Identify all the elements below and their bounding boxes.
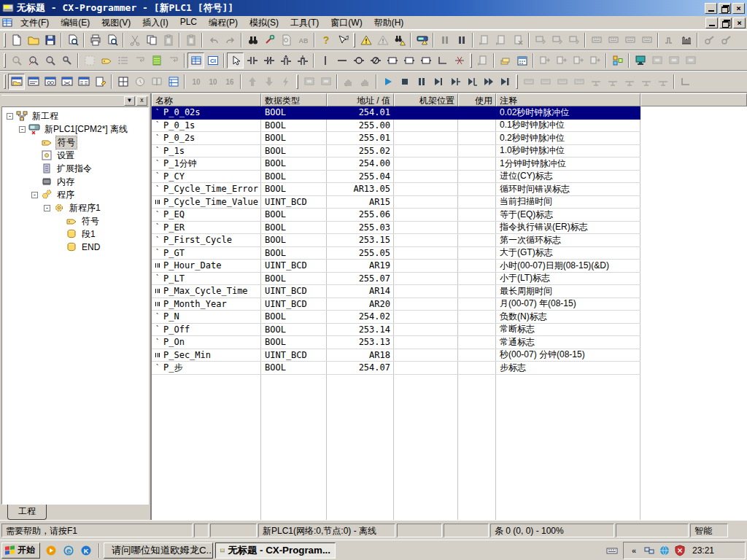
undo-button[interactable]	[205, 32, 222, 48]
workspace-pin-button[interactable]: ▼	[124, 96, 135, 106]
diff-monitor-2-button[interactable]	[537, 74, 554, 90]
comment-button[interactable]	[98, 52, 115, 69]
compile-program-button[interactable]	[497, 52, 514, 69]
symbol-row-P_CY[interactable]: `P_CYBOOL255.04进位(CY)标志	[152, 171, 640, 184]
verify-program-button[interactable]	[509, 32, 526, 48]
column-header-3[interactable]: 地址 / 值	[327, 93, 394, 106]
download-button[interactable]	[536, 52, 553, 69]
properties-window-button[interactable]	[92, 74, 109, 90]
paste-button[interactable]	[160, 32, 177, 48]
symbol-row-P_0_2s[interactable]: `P_0_2sBOOL255.010.2秒时钟脉冲位	[152, 132, 640, 145]
contact-no-button[interactable]	[244, 52, 260, 69]
pause-on-trigger-button[interactable]	[340, 74, 357, 90]
diff-monitor-3-button[interactable]	[554, 74, 570, 90]
force-cancel-button[interactable]	[277, 74, 294, 90]
tool-b-button[interactable]	[717, 32, 734, 48]
compare-with-plc-button[interactable]	[570, 52, 587, 69]
step-run-button[interactable]	[430, 74, 446, 90]
symbol-row-P_ER[interactable]: `P_ERBOOL255.03指令执行错误(ER)标志	[152, 222, 640, 235]
help-button[interactable]: ?	[317, 32, 334, 48]
column-header-1[interactable]: 名称	[152, 93, 261, 106]
scan-run-button[interactable]	[497, 74, 514, 90]
output-window-button[interactable]	[25, 74, 42, 90]
toolbar-grip[interactable]	[516, 74, 518, 89]
step-out-button[interactable]	[463, 74, 480, 90]
coil-button[interactable]	[350, 52, 367, 69]
monitor-b-button[interactable]	[549, 32, 565, 48]
tree-item-plc[interactable]: -新PLC1[CPM2*] 离线	[2, 122, 148, 136]
toolbar-grip[interactable]	[296, 74, 298, 89]
tree-item-end[interactable]: END	[2, 241, 148, 254]
instruction-nc-button[interactable]	[417, 52, 434, 69]
transfer-to-plc-button[interactable]	[476, 32, 492, 48]
symbol-row-P_0_1s[interactable]: `P_0_1sBOOL255.000.1秒时钟脉冲位	[152, 120, 640, 133]
task-button-cx-task[interactable]: 无标题 - CX-Program...	[215, 542, 336, 559]
toolbar-grip[interactable]	[4, 33, 6, 47]
paste-original-button[interactable]	[182, 32, 199, 48]
line-corner-button[interactable]	[434, 52, 451, 69]
copy-button[interactable]	[143, 32, 160, 48]
contact-nc-button[interactable]	[260, 52, 277, 69]
menu-file[interactable]: 文件(F)	[15, 15, 55, 31]
column-header-2[interactable]: 数据类型	[261, 93, 327, 106]
compile-all-button[interactable]	[374, 32, 391, 48]
toolbar-grip[interactable]	[4, 74, 6, 89]
zoom-button[interactable]	[8, 52, 25, 69]
online-edit-button[interactable]	[474, 52, 491, 69]
trace-mark-2-button[interactable]	[604, 74, 621, 90]
transfer-from-plc-button[interactable]	[492, 32, 509, 48]
pause-button[interactable]	[413, 74, 430, 90]
tray-globe[interactable]	[659, 545, 670, 556]
tree-item-ext-instructions[interactable]: 扩展指令	[2, 162, 148, 175]
tree-item-program1[interactable]: -新程序1	[2, 201, 148, 214]
print-preview-page-button[interactable]	[64, 32, 81, 48]
continuous-step-button[interactable]	[480, 74, 497, 90]
tree-expander-icon[interactable]: -	[44, 205, 50, 211]
cross-reference-button[interactable]: CI	[204, 52, 221, 69]
program-check-button[interactable]	[609, 52, 626, 69]
project-tab[interactable]: 工程	[7, 505, 47, 520]
rung-shortcut-button[interactable]	[131, 52, 148, 69]
tree-item-programs[interactable]: -程序	[2, 188, 148, 201]
menu-program[interactable]: 编程(P)	[203, 15, 244, 31]
menu-simulation[interactable]: 模拟(S)	[244, 15, 285, 31]
find-report-button[interactable]	[391, 32, 408, 48]
symbol-row-P_GT[interactable]: `P_GTBOOL255.05大于(GT)标志	[152, 247, 640, 260]
restore-button[interactable]	[719, 3, 731, 14]
mdi-restore-button[interactable]	[719, 18, 732, 28]
symbol-row-P_EQ[interactable]: `P_EQBOOL255.06等于(EQ)标志	[152, 209, 640, 222]
upload-button[interactable]	[553, 52, 570, 69]
io-table-2-button[interactable]	[605, 32, 622, 48]
plc-error-log-button[interactable]	[414, 32, 430, 48]
zoom-out-button[interactable]	[58, 52, 75, 69]
menu-tools[interactable]: 工具(T)	[285, 15, 325, 31]
force-off-button[interactable]	[260, 74, 277, 90]
zoom-in-button[interactable]	[42, 52, 58, 69]
quick-launch-k-app[interactable]: K	[77, 542, 95, 559]
io-table-4-button[interactable]	[638, 32, 655, 48]
monitor-c-button[interactable]	[565, 32, 582, 48]
tree-expander-icon[interactable]: -	[31, 192, 38, 198]
symbol-row-P_Off[interactable]: `P_OffBOOL253.14常断标志	[152, 324, 640, 337]
show-grid-button[interactable]	[81, 52, 98, 69]
instruction-diff-button[interactable]	[400, 52, 417, 69]
diff-monitor-1-button[interactable]	[520, 74, 537, 90]
partial-transfer-button[interactable]	[587, 52, 603, 69]
pause-all-button[interactable]	[453, 32, 470, 48]
compile-plc-program-button[interactable]	[514, 52, 530, 69]
pause-monitoring-button[interactable]	[436, 32, 453, 48]
symbol-row-P_Sec_Min[interactable]: P_Sec_MinUINT_BCDAR18秒(00-07) 分钟(08-15)	[152, 349, 640, 362]
symbol-row-P_Month_Year[interactable]: P_Month_YearUINT_BCDAR20月(00-07) 年(08-15…	[152, 298, 640, 311]
pause-manual-button[interactable]	[357, 74, 374, 90]
io-table-1-button[interactable]	[588, 32, 605, 48]
symbol-row-P_N[interactable]: `P_NBOOL254.02负数(N)标志	[152, 311, 640, 324]
time-chart-monitor-button[interactable]	[317, 74, 334, 90]
vertical-line-button[interactable]	[317, 52, 333, 69]
column-header-6[interactable]: 注释	[496, 93, 640, 106]
monitor-a-button[interactable]	[532, 32, 549, 48]
toolbar-grip[interactable]	[470, 53, 472, 68]
monitor-window-c-button[interactable]	[682, 52, 699, 69]
trace-mark-4-button[interactable]	[638, 74, 654, 90]
symbol-row-P_Hour_Date[interactable]: P_Hour_DateUINT_BCDAR19小时(00-07)日期(08-15…	[152, 260, 640, 273]
print-button[interactable]	[87, 32, 104, 48]
